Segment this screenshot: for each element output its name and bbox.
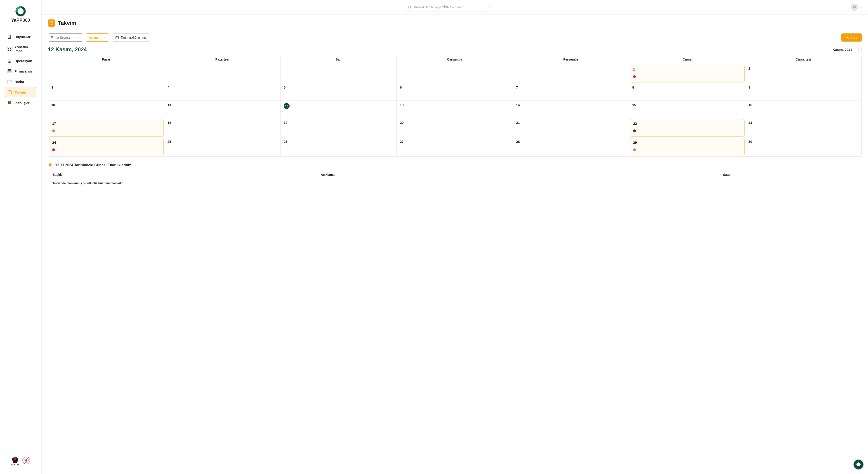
- sidebar-item-takvim[interactable]: Takvim: [5, 87, 36, 97]
- govt-seal-logo: [22, 456, 30, 465]
- event-dot: [633, 75, 636, 78]
- event-dot: [633, 149, 636, 151]
- prev-month-button[interactable]: [823, 46, 830, 53]
- sidebar-item-label: İdari İşler: [14, 101, 30, 105]
- calendar-day[interactable]: 3: [48, 83, 164, 101]
- calendar-day[interactable]: 1: [630, 65, 745, 83]
- sidebar-item-duyurular[interactable]: Duyurular: [5, 32, 36, 42]
- calendar-day[interactable]: 4: [164, 83, 281, 101]
- calendar-day[interactable]: 16: [745, 101, 862, 118]
- calendar-day[interactable]: 20: [397, 118, 513, 137]
- sidebar-item-firmalarım[interactable]: Firmalarım: [5, 66, 36, 76]
- activities-title: 12 11 2024 Tarihindeki Güncel Etkinlikle…: [55, 163, 131, 167]
- day-number: 16: [748, 103, 752, 107]
- main: AT Takvim i Firma Seçiniz Kategori:: [41, 0, 868, 474]
- day-number: 5: [284, 86, 285, 89]
- day-number: 29: [633, 140, 637, 145]
- search-input[interactable]: [414, 5, 486, 9]
- chat-fab[interactable]: [854, 460, 864, 470]
- day-number: 20: [400, 121, 404, 125]
- download-button[interactable]: İndir: [841, 33, 862, 41]
- day-number: 30: [748, 139, 752, 144]
- day-number: 1: [633, 67, 635, 71]
- sidebar-item-harita[interactable]: Harita: [5, 76, 36, 87]
- logo-icon: [15, 6, 26, 17]
- sidebar-item-operasyon[interactable]: Operasyon: [5, 56, 36, 66]
- calendar-day[interactable]: 18: [164, 118, 281, 137]
- info-icon[interactable]: i: [79, 21, 84, 25]
- chevron-down-icon: [860, 6, 863, 9]
- activities-header[interactable]: 12 11 2024 Tarihindeki Güncel Etkinlikle…: [48, 163, 862, 167]
- calendar-day[interactable]: 9: [745, 83, 862, 101]
- weekday-header: Pazar: [48, 55, 164, 64]
- calendar-day[interactable]: 25: [164, 137, 281, 156]
- event-dot: [52, 129, 55, 132]
- next-month-button[interactable]: [855, 46, 862, 53]
- calendar-day[interactable]: 23: [745, 118, 862, 137]
- calendar-day[interactable]: 30: [745, 137, 862, 156]
- calendar-day[interactable]: 6: [397, 83, 513, 101]
- calendar-day[interactable]: 8: [629, 83, 745, 101]
- day-number: 13: [400, 103, 404, 107]
- calendar-day[interactable]: 14: [513, 101, 629, 118]
- kategori-select[interactable]: Kategori:: [86, 33, 109, 41]
- brand-logo[interactable]: YaPP360: [0, 4, 41, 25]
- user-menu[interactable]: AT: [851, 4, 863, 11]
- calendar-day[interactable]: 29: [630, 138, 745, 156]
- calendar-day: [397, 64, 513, 83]
- calendar-day[interactable]: 2: [745, 64, 862, 83]
- calendar-day[interactable]: 21: [513, 118, 629, 137]
- calendar-day[interactable]: 15: [629, 101, 745, 118]
- calendar-day[interactable]: 12: [281, 101, 397, 118]
- calendar-day[interactable]: 24: [49, 138, 164, 156]
- page-header: Takvim i: [48, 20, 862, 27]
- chat-icon: [856, 462, 861, 467]
- day-number: 2: [748, 66, 750, 70]
- bell-icon: [48, 163, 53, 167]
- day-number: 28: [516, 139, 520, 144]
- col-title: Başlık: [53, 173, 321, 177]
- search-box[interactable]: [404, 3, 490, 12]
- tubitak-icon: [11, 455, 19, 464]
- calendar-day[interactable]: 17: [49, 119, 164, 137]
- filter-row: Firma Seçiniz Kategori: Tarih aralığı gi…: [48, 33, 862, 41]
- calendar-day[interactable]: 10: [48, 101, 164, 118]
- calendar-grid: PazarPazartesiSalıÇarşambaPerşembeCumaCu…: [48, 55, 862, 157]
- sidebar-item-yönetim-paneli[interactable]: Yönetim Paneli: [5, 42, 36, 55]
- calendar-day[interactable]: 5: [281, 83, 397, 101]
- day-number: 18: [167, 121, 171, 125]
- calendar-day[interactable]: 22: [630, 119, 745, 137]
- calendar-day[interactable]: 19: [281, 118, 397, 137]
- sidebar-item-label: Firmalarım: [14, 69, 32, 73]
- weekday-header: Pazartesi: [164, 55, 281, 64]
- month-label: Kasım, 2024: [833, 48, 852, 52]
- svg-point-26: [14, 457, 17, 460]
- download-icon: [845, 36, 849, 39]
- calendar-icon: [50, 21, 54, 25]
- seal-icon: [22, 456, 30, 465]
- svg-rect-19: [8, 91, 11, 94]
- day-number: 8: [632, 86, 634, 89]
- calendar-day[interactable]: 27: [397, 137, 513, 156]
- sidebar-item-label: Takvim: [15, 90, 26, 94]
- chevron-right-icon: [857, 48, 860, 51]
- firma-select[interactable]: Firma Seçiniz: [48, 33, 83, 41]
- calendar-day[interactable]: 13: [397, 101, 513, 118]
- calendar-day[interactable]: 11: [164, 101, 281, 118]
- dashboard-icon: [7, 46, 12, 51]
- day-number: 10: [51, 103, 55, 107]
- day-number: 7: [516, 86, 518, 89]
- calendar-header: 12 Kasım, 2024 Kasım, 2024: [48, 46, 862, 53]
- sidebar-footer: TÜBİTAK: [0, 451, 41, 470]
- date-range-input[interactable]: Tarih aralığı giriniz: [112, 33, 150, 41]
- activities-section: 12 11 2024 Tarihindeki Güncel Etkinlikle…: [48, 163, 862, 188]
- calendar-day[interactable]: 7: [513, 83, 629, 101]
- svg-rect-7: [10, 47, 11, 49]
- day-number: 4: [167, 86, 169, 89]
- calendar-day[interactable]: 26: [281, 137, 397, 156]
- day-number: 9: [748, 86, 750, 89]
- sidebar-item-i̇dari-i̇şler[interactable]: İdari İşler: [5, 98, 36, 108]
- day-number: 27: [400, 139, 404, 144]
- calendar-day[interactable]: 28: [513, 137, 629, 156]
- svg-rect-8: [8, 49, 9, 51]
